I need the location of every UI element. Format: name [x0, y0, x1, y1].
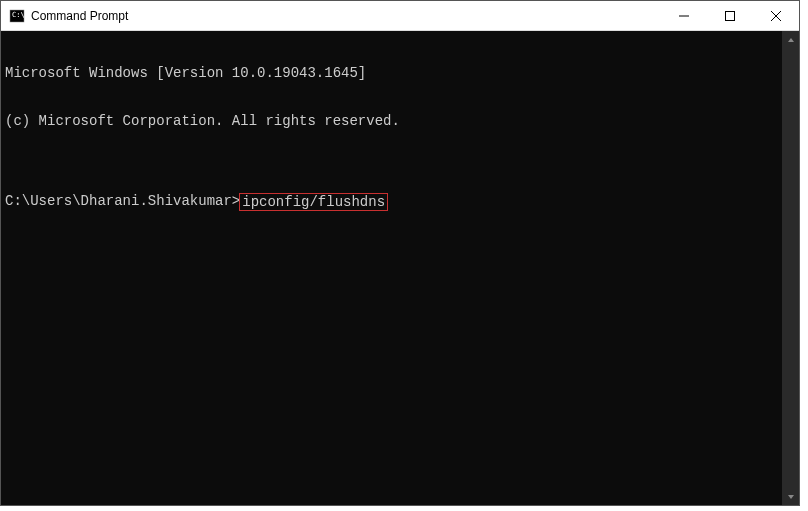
terminal-area: Microsoft Windows [Version 10.0.19043.16… — [1, 31, 799, 505]
terminal-output[interactable]: Microsoft Windows [Version 10.0.19043.16… — [1, 31, 782, 505]
command-text: ipconfig/flushdns — [242, 194, 385, 210]
minimize-button[interactable] — [661, 1, 707, 30]
copyright-line: (c) Microsoft Corporation. All rights re… — [5, 113, 778, 129]
version-line: Microsoft Windows [Version 10.0.19043.16… — [5, 65, 778, 81]
maximize-button[interactable] — [707, 1, 753, 30]
prompt-path: C:\Users\Dharani.Shivakumar> — [5, 193, 240, 209]
scroll-up-arrow-icon[interactable] — [782, 31, 799, 48]
window-controls — [661, 1, 799, 30]
svg-rect-3 — [726, 11, 735, 20]
scroll-down-arrow-icon[interactable] — [782, 488, 799, 505]
command-prompt-window: C:\ Command Prompt Microsoft Windows [Ve… — [0, 0, 800, 506]
command-highlight: ipconfig/flushdns — [239, 193, 388, 211]
svg-marker-6 — [788, 38, 794, 42]
close-button[interactable] — [753, 1, 799, 30]
cmd-icon: C:\ — [9, 8, 25, 24]
prompt-line: C:\Users\Dharani.Shivakumar>ipconfig/flu… — [5, 193, 778, 211]
svg-text:C:\: C:\ — [12, 11, 25, 19]
window-title: Command Prompt — [31, 9, 661, 23]
vertical-scrollbar[interactable] — [782, 31, 799, 505]
svg-marker-7 — [788, 495, 794, 499]
titlebar[interactable]: C:\ Command Prompt — [1, 1, 799, 31]
